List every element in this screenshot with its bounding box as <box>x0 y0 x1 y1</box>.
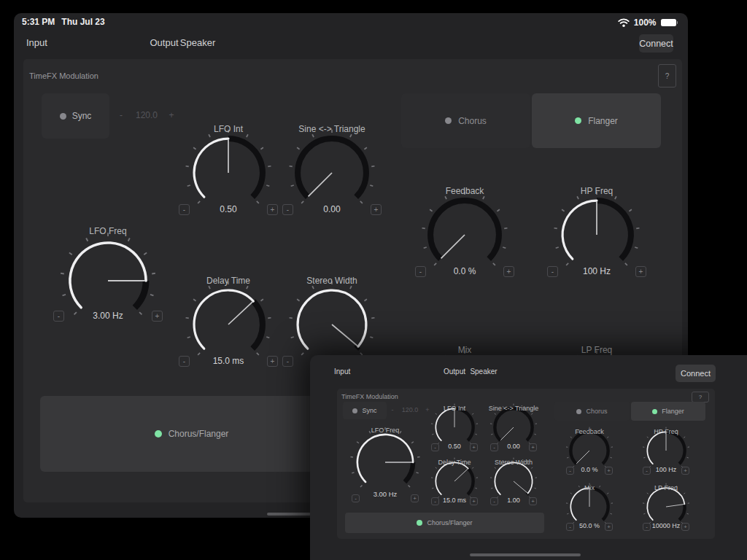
knob-decrement-button[interactable]: - <box>282 204 293 215</box>
chorus-label: Chorus <box>586 408 607 415</box>
connect-button-small[interactable]: Connect <box>676 365 716 382</box>
knob-increment-button[interactable]: + <box>529 443 537 451</box>
sync-label: Sync <box>72 111 92 121</box>
knob-label: Stereo Width <box>468 459 559 466</box>
knob-decrement-button[interactable]: - <box>53 311 64 322</box>
knob-increment-button[interactable]: + <box>470 497 478 505</box>
knob-label: Sine <-> Triangle <box>468 405 559 412</box>
knob-decrement-button[interactable]: - <box>490 497 498 505</box>
knob-increment-button[interactable]: + <box>605 467 613 475</box>
battery-icon <box>661 19 678 26</box>
chorus-button[interactable]: Chorus <box>401 93 530 148</box>
knob-delay-time[interactable]: Delay Time15.0 ms-+ <box>179 276 278 373</box>
wifi-icon <box>618 18 630 27</box>
knob-increment-button[interactable]: + <box>681 467 689 475</box>
home-indicator-small[interactable] <box>470 553 581 556</box>
knob-decrement-button[interactable]: - <box>566 523 574 531</box>
knob-hp-freq[interactable]: HP Freq100 Hz-+ <box>547 186 646 284</box>
knob-lp-freq-small[interactable]: LP Freq10000 Hz-+ <box>643 486 689 537</box>
knob-decrement-button[interactable]: - <box>431 443 439 451</box>
knob-increment-button[interactable]: + <box>635 266 646 277</box>
chorus-button-small[interactable]: Chorus <box>554 402 630 421</box>
knob-feedback-small[interactable]: Feedback0.0 %-+ <box>566 429 613 481</box>
tempo-value: 120.0 <box>128 110 165 120</box>
footer-label: Chorus/Flanger <box>169 429 229 439</box>
knob-mix-small[interactable]: Mix50.0 %-+ <box>566 486 613 537</box>
compact-app-window: Input Output Speaker Connect TimeFX Modu… <box>310 355 747 560</box>
knob-decrement-button[interactable]: - <box>643 467 651 475</box>
footer-led-icon <box>417 520 422 526</box>
footer-label: Chorus/Flanger <box>427 519 472 526</box>
help-button-small[interactable]: ? <box>692 392 709 402</box>
knob-label: LP Freq <box>621 484 711 491</box>
connect-button[interactable]: Connect <box>639 34 673 52</box>
knob-increment-button[interactable]: + <box>529 497 537 505</box>
knob-delay-time-small[interactable]: Delay Time15.0 ms-+ <box>431 460 478 511</box>
knob-label: Sine <-> Triangle <box>260 124 403 134</box>
knob-decrement-button[interactable]: - <box>179 204 190 215</box>
date: Thu Jul 23 <box>61 17 104 27</box>
knob-decrement-button[interactable]: - <box>547 266 558 277</box>
flanger-led-icon <box>652 409 657 414</box>
knob-label: Stereo Width <box>260 276 403 286</box>
plugin-title-small: TimeFX Modulation <box>341 393 398 400</box>
flanger-button-small[interactable]: Flanger <box>631 402 705 421</box>
knob-decrement-button[interactable]: - <box>431 497 439 505</box>
knob-decrement-button[interactable]: - <box>643 523 651 531</box>
knob-label: Feedback <box>393 186 536 196</box>
sync-led-icon <box>352 408 357 413</box>
knob-label: LFO Freq <box>330 427 441 434</box>
knob-increment-button[interactable]: + <box>371 204 382 215</box>
chorus-flanger-footer-button[interactable]: Chorus/Flanger <box>40 396 343 472</box>
flanger-button[interactable]: Flanger <box>532 93 661 148</box>
flanger-label: Flanger <box>588 116 618 126</box>
chorus-flanger-footer-button-small[interactable]: Chorus/Flanger <box>345 513 544 533</box>
knob-decrement-button[interactable]: - <box>352 494 360 502</box>
knob-lfo-int[interactable]: LFO Int0.50-+ <box>179 124 278 222</box>
knob-label: HP Freq <box>525 186 668 196</box>
knob-decrement-button[interactable]: - <box>282 356 293 367</box>
footer-led-icon <box>155 430 162 438</box>
nav-input-small[interactable]: Input <box>334 368 350 376</box>
tempo-decrement-button-small[interactable]: - <box>388 406 397 413</box>
battery-percent: 100% <box>634 18 657 28</box>
knob-sine-triangle-small[interactable]: Sine <-> Triangle0.00-+ <box>490 406 537 457</box>
help-button[interactable]: ? <box>658 64 676 88</box>
knob-increment-button[interactable]: + <box>411 494 419 502</box>
flanger-label: Flanger <box>662 408 684 415</box>
knob-increment-button[interactable]: + <box>605 523 613 531</box>
knob-label: HP Freq <box>621 428 711 435</box>
knob-increment-button[interactable]: + <box>152 311 163 322</box>
sync-button[interactable]: Sync <box>42 93 109 139</box>
knob-increment-button[interactable]: + <box>681 523 689 531</box>
nav-speaker-small[interactable]: Speaker <box>470 368 497 376</box>
tempo-decrement-button[interactable]: - <box>116 110 126 120</box>
sync-label: Sync <box>362 407 376 414</box>
nav-speaker[interactable]: Speaker <box>180 37 215 48</box>
sync-led-icon <box>60 113 66 120</box>
knob-feedback[interactable]: Feedback0.0 %-+ <box>415 186 514 284</box>
knob-hp-freq-small[interactable]: HP Freq100 Hz-+ <box>643 429 689 481</box>
knob-lfo-freq[interactable]: LFO Freq3.00 Hz-+ <box>53 226 163 335</box>
nav-input[interactable]: Input <box>26 37 47 48</box>
nav-output-small[interactable]: Output <box>444 368 465 376</box>
knob-increment-button[interactable]: + <box>503 266 514 277</box>
knob-label: Mix <box>393 345 536 355</box>
knob-stereo-width-small[interactable]: Stereo Width1.00-+ <box>490 460 537 511</box>
chorus-led-icon <box>445 117 452 124</box>
knob-decrement-button[interactable]: - <box>179 356 190 367</box>
knob-decrement-button[interactable]: - <box>566 467 574 475</box>
knob-label: LP Freq <box>525 345 668 355</box>
chorus-led-icon <box>576 409 581 414</box>
status-bar-right: 100% <box>618 18 678 28</box>
tempo-increment-button[interactable]: + <box>166 110 177 120</box>
sync-button-small[interactable]: Sync <box>343 402 387 419</box>
knob-label: LFO Freq <box>31 226 185 236</box>
chorus-label: Chorus <box>458 116 487 126</box>
nav-output[interactable]: Output <box>150 37 178 48</box>
knob-decrement-button[interactable]: - <box>490 443 498 451</box>
knob-sine-triangle[interactable]: Sine <-> Triangle0.00-+ <box>282 124 382 222</box>
knob-increment-button[interactable]: + <box>470 443 478 451</box>
knob-decrement-button[interactable]: - <box>415 266 426 277</box>
clock: 5:31 PM <box>22 17 55 27</box>
